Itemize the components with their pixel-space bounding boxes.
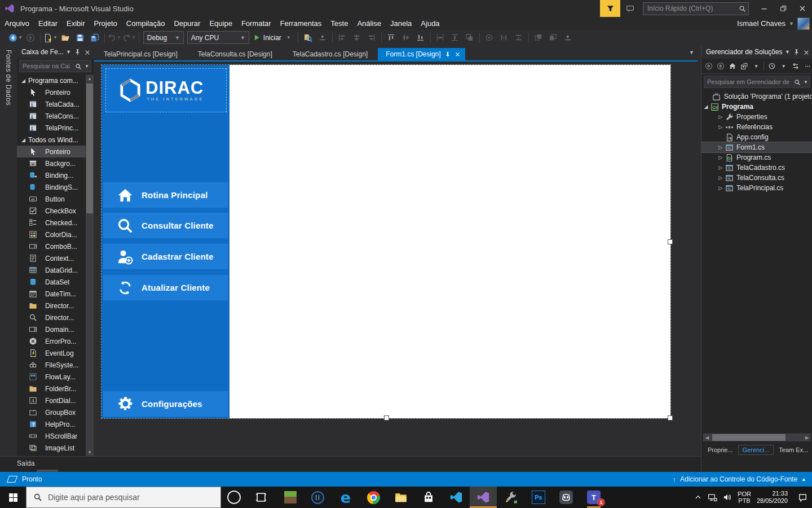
- filter-options-chevron[interactable]: ▼: [778, 60, 789, 72]
- tree-item-program-cs[interactable]: ▷C#Program.cs: [701, 152, 812, 163]
- tab-telaprincipal-cs-design[interactable]: TelaPrincipal.cs [Design]: [94, 48, 188, 60]
- align-right-button[interactable]: [365, 31, 378, 45]
- solution-search-input[interactable]: Pesquisar em Gerenciador de ▼: [704, 76, 810, 88]
- toolbox-item-datetim[interactable]: DateTim...: [17, 288, 86, 300]
- tree-item-refer-ncias[interactable]: ▷Referências: [701, 122, 812, 132]
- menu-equipe[interactable]: Equipe: [205, 17, 236, 30]
- form-button-cadastrar-cliente[interactable]: Cadastrar Cliente: [103, 244, 228, 269]
- taskbar-app-edge[interactable]: e: [332, 487, 359, 508]
- solution-horizontal-scrollbar[interactable]: ◀ ▶: [703, 433, 811, 441]
- pin-icon[interactable]: [74, 48, 81, 56]
- start-button[interactable]: [0, 487, 26, 508]
- scroll-down-icon[interactable]: ▼: [86, 448, 94, 456]
- pin-icon[interactable]: [793, 48, 800, 56]
- minimize-button[interactable]: [754, 0, 774, 17]
- size-to-grid-button[interactable]: [483, 31, 496, 45]
- align-top-button[interactable]: [385, 31, 398, 45]
- taskbar-search-input[interactable]: Digite aqui para pesquisar: [26, 487, 221, 508]
- toolbar-overflow-button[interactable]: ▼: [561, 31, 575, 45]
- scroll-up-icon[interactable]: ▲: [86, 75, 94, 82]
- taskbar-app-teams[interactable]: T1: [580, 487, 607, 508]
- form-button-rotina-principal[interactable]: Rotina Principal: [103, 182, 228, 208]
- action-center-icon[interactable]: [798, 493, 807, 502]
- solution-forward-button[interactable]: [716, 60, 726, 72]
- close-icon[interactable]: [454, 48, 461, 60]
- resize-handle-corner[interactable]: [668, 415, 673, 421]
- taskbar-app-vscode[interactable]: [443, 487, 470, 508]
- collapse-options-chevron[interactable]: ▼: [751, 60, 762, 72]
- document-list-chevron-icon[interactable]: ▼: [689, 50, 694, 55]
- toolbox-item-eventlog[interactable]: EventLog: [17, 347, 86, 359]
- toolbox-item-folderbr[interactable]: FolderBr...: [17, 383, 86, 395]
- tree-item-telaconsulta-cs[interactable]: ▷TelaConsulta.cs: [701, 173, 812, 183]
- panel-tab-proprie[interactable]: Proprie...: [704, 445, 737, 454]
- toolbox-item-datagrid[interactable]: DataGrid...: [17, 264, 86, 276]
- chevron-down-icon[interactable]: ▼: [785, 49, 790, 55]
- toolbox-item-flowlay[interactable]: FlowLay...: [17, 371, 86, 383]
- form-button-consultar-cliente[interactable]: Consultar Cliente: [103, 213, 228, 238]
- toolbox-item-context[interactable]: Context...: [17, 252, 86, 264]
- toolbar-overflow-icon[interactable]: [802, 60, 812, 72]
- close-icon[interactable]: [84, 48, 91, 56]
- make-same-height-button[interactable]: [448, 31, 462, 45]
- toolbox-group-programa-com[interactable]: ◢Programa com...: [17, 75, 86, 86]
- network-icon[interactable]: [708, 493, 717, 502]
- menu-ferramentas[interactable]: Ferramentas: [276, 17, 326, 30]
- toolbox-group-todos-os-wind[interactable]: ◢Todos os Wind...: [17, 134, 86, 146]
- horizontal-spacing-button[interactable]: [497, 31, 511, 45]
- toolbox-item-director[interactable]: Director...: [17, 312, 86, 323]
- menu-teste[interactable]: Teste: [326, 17, 352, 30]
- toolbox-scrollbar[interactable]: ▲ ▼: [86, 75, 94, 456]
- toolbox-item-director[interactable]: Director...: [17, 300, 86, 312]
- save-all-button[interactable]: [88, 31, 102, 45]
- menu-formatar[interactable]: Formatar: [237, 17, 276, 30]
- toolbox-item-imagelist[interactable]: ImageList: [17, 442, 86, 454]
- scrollbar-thumb[interactable]: [712, 434, 785, 441]
- menu-compila-o[interactable]: Compilação: [122, 17, 170, 30]
- panel-tab-team-ex[interactable]: Team Ex...: [775, 445, 812, 454]
- resize-handle-right[interactable]: [668, 239, 673, 244]
- taskbar-app-cortana[interactable]: [220, 487, 248, 508]
- taskbar-app-photoshop[interactable]: Ps: [525, 487, 552, 508]
- taskbar-app-task-view[interactable]: [248, 487, 275, 508]
- toolbox-item-telaprinc[interactable]: TelaPrinc...: [17, 122, 86, 134]
- toolbox-item-ponteiro[interactable]: Ponteiro: [17, 86, 86, 98]
- toolbox-item-checked[interactable]: Checked...: [17, 217, 86, 229]
- taskbar-app-visual-studio[interactable]: [470, 487, 497, 508]
- toolbox-item-backgro[interactable]: Backgro...: [17, 157, 86, 169]
- collapse-all-button[interactable]: [739, 60, 750, 72]
- output-tab[interactable]: Saída: [17, 459, 34, 467]
- panel-tab-gerenci[interactable]: Gerenci...: [738, 445, 774, 455]
- clock[interactable]: 21:33 28/05/2020: [757, 490, 788, 505]
- language-indicator[interactable]: POR PTB: [738, 491, 751, 504]
- tree-item-properties[interactable]: ▷Properties: [701, 112, 812, 122]
- toolbar-options-button[interactable]: ▼: [316, 31, 329, 45]
- tree-item-app-config[interactable]: App.config: [701, 132, 812, 142]
- toolbox-item-fontdial[interactable]: AFontDial...: [17, 395, 86, 406]
- menu-exibir[interactable]: Exibir: [62, 17, 90, 30]
- toolbox-item-filesyste[interactable]: FileSyste...: [17, 359, 86, 371]
- form-button-configura-es[interactable]: Configurações: [103, 391, 228, 417]
- toolbox-item-ponteiro[interactable]: Ponteiro: [17, 146, 86, 157]
- tree-item-telaprincipal-cs[interactable]: ▷TelaPrincipal.cs: [701, 183, 812, 193]
- find-in-files-button[interactable]: [301, 31, 315, 45]
- align-bottom-button[interactable]: [414, 31, 427, 45]
- tree-item-programa[interactable]: ◢C#Programa: [701, 102, 812, 112]
- tab-telacadastro-cs-design[interactable]: TelaCadastro.cs [Design]: [283, 48, 378, 60]
- form-nav-sidebar[interactable]: DIRAC THE INTERWARE Rotina PrincipalCons…: [102, 65, 230, 418]
- navigate-forward-button[interactable]: [24, 31, 37, 45]
- feedback-icon[interactable]: [620, 0, 639, 17]
- tab-form1-cs-design[interactable]: Form1.cs [Design]: [378, 48, 465, 60]
- bring-to-front-button[interactable]: [532, 31, 545, 45]
- redo-button[interactable]: ▼: [122, 31, 136, 45]
- solution-home-button[interactable]: [727, 60, 738, 72]
- toolbox-item-checkbox[interactable]: CheckBox: [17, 205, 86, 217]
- quick-launch-input[interactable]: Início Rápido (Ctrl+Q): [643, 2, 749, 15]
- add-to-source-control-button[interactable]: ↑ Adicionar ao Controle do Código-Fonte …: [672, 475, 806, 484]
- send-to-back-button[interactable]: [546, 31, 560, 45]
- save-button[interactable]: [73, 31, 87, 45]
- toolbox-item-errorpro[interactable]: ErrorPro...: [17, 335, 86, 347]
- chevron-down-icon[interactable]: ▼: [66, 49, 71, 55]
- scroll-right-icon[interactable]: ▶: [803, 435, 811, 440]
- toolbox-item-hscrollbar[interactable]: HScrollBar: [17, 430, 86, 442]
